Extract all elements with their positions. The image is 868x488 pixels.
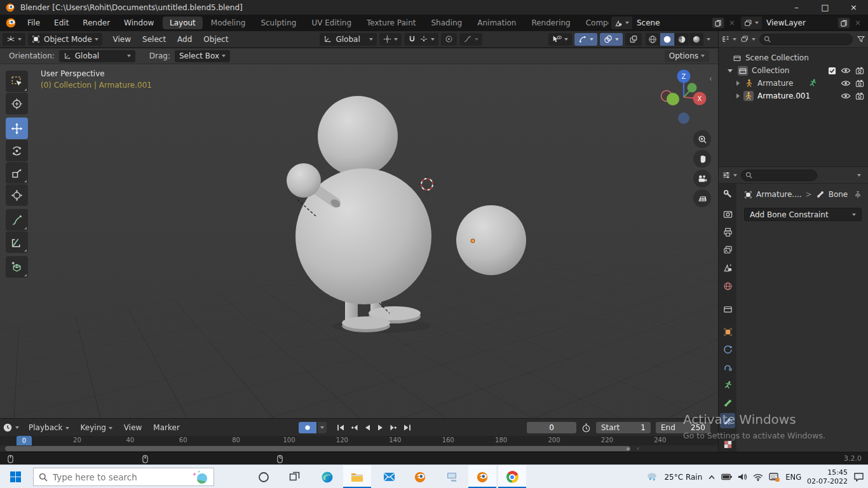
sidebar-collapse-chevron[interactable]: ‹ bbox=[709, 74, 712, 83]
remote-desktop-button[interactable] bbox=[438, 465, 466, 488]
xray-toggle[interactable] bbox=[625, 33, 642, 46]
frame-start-field[interactable]: Start 1 bbox=[596, 422, 651, 433]
measure-tool[interactable] bbox=[6, 231, 28, 253]
proportional-falloff-dropdown[interactable] bbox=[459, 33, 482, 46]
cortana-button[interactable] bbox=[250, 465, 278, 488]
blender-menu-logo-icon[interactable] bbox=[5, 17, 17, 29]
current-frame-field[interactable]: 0 bbox=[527, 422, 576, 433]
jump-to-end-button[interactable] bbox=[401, 422, 413, 433]
timeline-menu-playback[interactable]: Playback bbox=[23, 423, 75, 432]
timeline-ruler[interactable]: 020406080100120140160180200220240 0 bbox=[0, 436, 718, 445]
shading-solid-button[interactable] bbox=[660, 33, 674, 46]
chrome-button[interactable] bbox=[498, 465, 526, 488]
overlays-toggle[interactable] bbox=[600, 33, 623, 46]
outliner-display-mode[interactable] bbox=[721, 35, 736, 43]
drag-dropdown[interactable]: Select Box bbox=[175, 50, 230, 62]
properties-editor-type[interactable] bbox=[722, 171, 737, 179]
pin-icon[interactable] bbox=[854, 191, 862, 199]
expand-armature-001-arrow[interactable] bbox=[736, 93, 740, 98]
tab-object-constraints[interactable] bbox=[720, 360, 735, 375]
mode-dropdown[interactable]: Object Mode bbox=[28, 33, 102, 46]
timeline-scrollbar[interactable] bbox=[5, 446, 630, 451]
cursor-tool[interactable] bbox=[6, 93, 28, 114]
search-highlights-icon[interactable] bbox=[189, 470, 208, 485]
outliner-search-input[interactable] bbox=[759, 34, 853, 45]
breadcrumb-bone-name[interactable]: Bone bbox=[829, 190, 848, 199]
speaker-icon[interactable] bbox=[738, 473, 747, 481]
jump-to-next-keyframe-button[interactable] bbox=[388, 422, 400, 433]
tray-clock[interactable]: 15:45 02-07-2022 bbox=[807, 468, 848, 486]
taskbar-search[interactable] bbox=[33, 468, 214, 486]
tab-scene[interactable] bbox=[720, 260, 735, 275]
wifi-icon[interactable] bbox=[753, 473, 763, 481]
tab-layout[interactable]: Layout bbox=[163, 17, 203, 29]
camera-icon[interactable] bbox=[855, 92, 864, 100]
shading-wireframe-button[interactable] bbox=[646, 33, 660, 46]
show-object-types-dropdown[interactable] bbox=[548, 33, 572, 46]
zoom-view-button[interactable] bbox=[693, 130, 711, 148]
tab-uv-editing[interactable]: UV Editing bbox=[304, 17, 358, 29]
timeline-editor-type[interactable] bbox=[3, 423, 19, 433]
properties-options-chevron[interactable] bbox=[857, 174, 861, 177]
input-indicator-icon[interactable] bbox=[769, 473, 780, 482]
pan-view-button[interactable] bbox=[693, 150, 711, 168]
viewport-menu-select[interactable]: Select bbox=[137, 35, 172, 44]
camera-icon[interactable] bbox=[855, 67, 864, 74]
playhead[interactable]: 0 bbox=[17, 436, 32, 445]
tab-object-data-armature[interactable] bbox=[720, 377, 735, 393]
outliner-row-armature-001[interactable]: Armature.001 bbox=[719, 90, 868, 102]
unlink-scene-button[interactable]: × bbox=[726, 18, 738, 27]
tab-bone[interactable] bbox=[720, 395, 735, 410]
tab-physics[interactable] bbox=[720, 342, 735, 357]
scene-browse-button[interactable] bbox=[611, 17, 632, 29]
move-tool[interactable] bbox=[6, 118, 28, 139]
notification-center-icon[interactable] bbox=[853, 472, 864, 482]
tab-render[interactable] bbox=[720, 207, 735, 222]
timeline-menu-marker[interactable]: Marker bbox=[147, 423, 185, 432]
scrollbar-knob[interactable] bbox=[627, 447, 630, 451]
viewlayer-name-field[interactable]: ViewLayer bbox=[763, 17, 851, 29]
character-head-sphere[interactable] bbox=[318, 96, 398, 176]
menu-edit[interactable]: Edit bbox=[47, 15, 76, 31]
axis-navigation-gizmo[interactable]: Z X bbox=[654, 67, 713, 125]
gizmos-toggle[interactable] bbox=[574, 33, 597, 46]
viewport-menu-object[interactable]: Object bbox=[198, 35, 234, 44]
standalone-sphere[interactable] bbox=[456, 205, 526, 275]
outliner-row-armature[interactable]: Armature bbox=[719, 77, 868, 90]
file-explorer-button[interactable] bbox=[343, 465, 371, 488]
rotate-tool[interactable] bbox=[6, 140, 28, 161]
tray-expand-chevron-icon[interactable] bbox=[708, 475, 715, 480]
shading-dropdown-chevron[interactable] bbox=[707, 38, 710, 41]
mail-button[interactable] bbox=[375, 465, 403, 488]
eye-icon[interactable] bbox=[841, 79, 851, 87]
shading-material-button[interactable] bbox=[675, 33, 689, 46]
auto-keyframe-dropdown[interactable] bbox=[318, 422, 327, 433]
search-input[interactable] bbox=[53, 472, 189, 482]
tab-object[interactable] bbox=[720, 324, 735, 339]
expand-collection-arrow[interactable] bbox=[728, 69, 733, 72]
play-button[interactable] bbox=[374, 422, 386, 433]
axis-ball-neg-y[interactable] bbox=[688, 83, 697, 93]
snap-toggle-group[interactable] bbox=[404, 33, 438, 46]
transform-orientation-dropdown[interactable]: Global bbox=[320, 33, 376, 46]
scene-3d[interactable] bbox=[0, 64, 718, 418]
proportional-edit-button[interactable] bbox=[441, 33, 457, 46]
close-button[interactable]: × bbox=[839, 0, 868, 15]
scale-tool[interactable] bbox=[6, 162, 28, 184]
new-viewlayer-button[interactable] bbox=[838, 18, 850, 28]
jump-to-start-button[interactable] bbox=[334, 422, 346, 433]
viewport-menu-add[interactable]: Add bbox=[172, 35, 198, 44]
menu-render[interactable]: Render bbox=[76, 15, 117, 31]
tab-collection-properties[interactable] bbox=[720, 301, 735, 316]
maximize-button[interactable]: □ bbox=[811, 0, 839, 15]
tab-modeling[interactable]: Modeling bbox=[204, 17, 253, 29]
timeline-menu-keying[interactable]: Keying bbox=[75, 423, 118, 432]
frame-end-field[interactable]: End 250 bbox=[656, 422, 710, 433]
tab-texture-paint[interactable]: Texture Paint bbox=[360, 17, 423, 29]
expand-armature-arrow[interactable] bbox=[736, 81, 740, 86]
menu-file[interactable]: File bbox=[20, 15, 47, 31]
axis-ball-y[interactable] bbox=[667, 93, 679, 105]
minimize-button[interactable]: – bbox=[782, 0, 811, 15]
options-dropdown[interactable]: Options bbox=[665, 50, 709, 62]
eye-icon[interactable] bbox=[841, 92, 851, 100]
